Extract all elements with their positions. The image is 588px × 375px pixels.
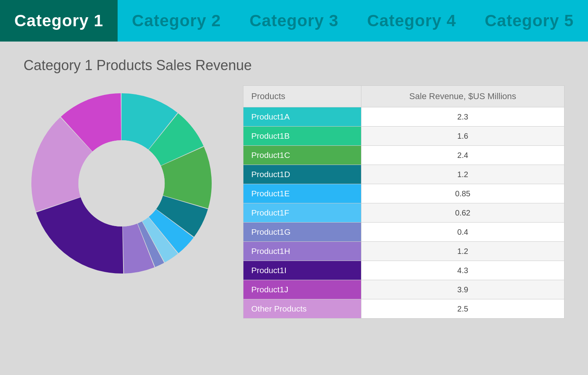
product-name-cell: Product1I [243, 261, 361, 280]
chart-title: Category 1 Products Sales Revenue [24, 57, 564, 74]
product-name-cell: Product1A [243, 107, 361, 127]
revenue-value-cell: 2.3 [361, 107, 564, 127]
tab-category-1[interactable]: Category 1 [0, 0, 118, 42]
col-header-revenue: Sale Revenue, $US Millions [361, 86, 564, 107]
revenue-value-cell: 2.4 [361, 146, 564, 165]
table-row: Product1I4.3 [243, 261, 564, 280]
product-name-cell: Product1D [243, 165, 361, 184]
svg-point-1 [78, 140, 165, 226]
product-name-cell: Other Products [243, 299, 361, 319]
table-row: Product1C2.4 [243, 146, 564, 165]
donut-svg [24, 85, 220, 281]
product-name-cell: Product1G [243, 223, 361, 242]
revenue-value-cell: 0.85 [361, 184, 564, 203]
product-name-cell: Product1F [243, 203, 361, 223]
table-row: Product1E0.85 [243, 184, 564, 203]
product-name-cell: Product1C [243, 146, 361, 165]
product-name-cell: Product1E [243, 184, 361, 203]
tab-bar: Category 1Category 2Category 3Category 4… [0, 0, 588, 42]
table-row: Product1B1.6 [243, 127, 564, 146]
tab-category-3[interactable]: Category 3 [235, 0, 353, 42]
tab-category-5[interactable]: Category 5 [470, 0, 588, 42]
table-row: Product1F0.62 [243, 203, 564, 223]
table-row: Product1H1.2 [243, 242, 564, 261]
revenue-value-cell: 1.2 [361, 242, 564, 261]
tab-category-2[interactable]: Category 2 [118, 0, 235, 42]
donut-chart [24, 85, 220, 281]
product-name-cell: Product1B [243, 127, 361, 146]
revenue-value-cell: 1.6 [361, 127, 564, 146]
table-row: Product1J3.9 [243, 280, 564, 299]
table-row: Product1G0.4 [243, 223, 564, 242]
table-row: Product1D1.2 [243, 165, 564, 184]
main-content: Category 1 Products Sales Revenue Produc… [0, 42, 588, 334]
tab-category-4[interactable]: Category 4 [353, 0, 470, 42]
chart-area: Products Sale Revenue, $US Millions Prod… [24, 85, 564, 319]
revenue-value-cell: 0.4 [361, 223, 564, 242]
revenue-value-cell: 4.3 [361, 261, 564, 280]
revenue-value-cell: 2.5 [361, 299, 564, 319]
revenue-value-cell: 0.62 [361, 203, 564, 223]
table-row: Other Products2.5 [243, 299, 564, 319]
table-row: Product1A2.3 [243, 107, 564, 127]
data-table: Products Sale Revenue, $US Millions Prod… [243, 85, 564, 319]
revenue-value-cell: 1.2 [361, 165, 564, 184]
product-name-cell: Product1H [243, 242, 361, 261]
product-name-cell: Product1J [243, 280, 361, 299]
revenue-value-cell: 3.9 [361, 280, 564, 299]
col-header-products: Products [243, 86, 361, 107]
